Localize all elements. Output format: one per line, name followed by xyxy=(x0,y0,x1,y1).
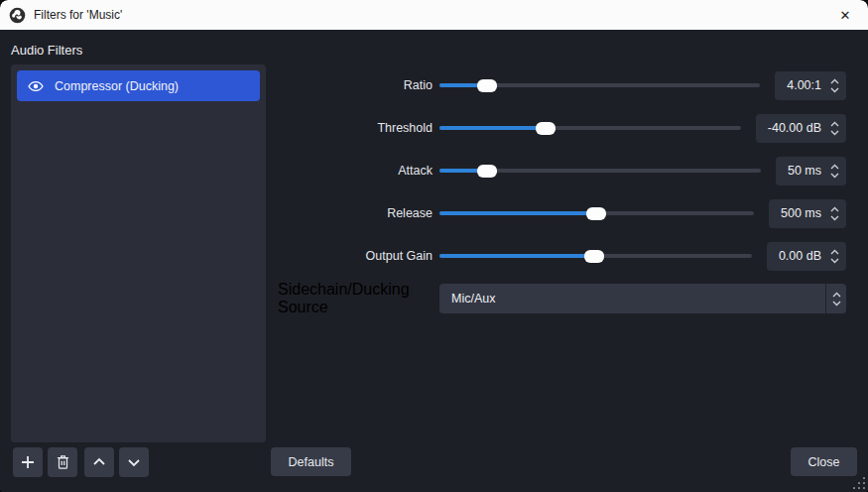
spin-up-icon[interactable] xyxy=(830,206,839,212)
window-close-button[interactable]: ✕ xyxy=(822,0,868,30)
spin-up-icon[interactable] xyxy=(830,249,839,255)
slider-handle[interactable] xyxy=(586,207,606,220)
spinbox-value: 0.00 dB xyxy=(779,249,830,263)
slider-handle[interactable] xyxy=(536,122,556,135)
spin-up-icon[interactable] xyxy=(830,121,839,127)
defaults-button[interactable]: Defaults xyxy=(271,447,351,476)
slider-row: Attack 50 ms xyxy=(278,156,846,185)
close-button[interactable]: Close xyxy=(791,447,857,476)
dropdown-selected-value: Mic/Aux xyxy=(439,292,495,306)
value-spinbox[interactable]: 50 ms xyxy=(776,157,846,185)
sidechain-source-label: Sidechain/Ducking Source xyxy=(278,281,433,316)
slider-row: Release 500 ms xyxy=(278,198,846,228)
slider-handle[interactable] xyxy=(477,79,497,92)
spinbox-arrows[interactable] xyxy=(830,78,839,93)
spin-down-icon[interactable] xyxy=(830,87,839,93)
slider-fill xyxy=(439,211,596,215)
spinbox-value: 50 ms xyxy=(788,164,830,178)
remove-filter-button[interactable] xyxy=(48,447,77,477)
value-spinbox[interactable]: 4.00:1 xyxy=(775,71,846,100)
sidechain-source-dropdown[interactable]: Mic/Aux xyxy=(439,284,846,313)
spin-down-icon xyxy=(832,301,841,307)
audio-filters-heading: Audio Filters xyxy=(11,43,82,58)
slider-label: Attack xyxy=(278,164,433,178)
value-spinbox[interactable]: 0.00 dB xyxy=(767,242,846,271)
spinbox-arrows[interactable] xyxy=(830,206,839,221)
slider-label: Output Gain xyxy=(278,249,433,263)
slider-fill xyxy=(439,254,594,258)
slider-row: Output Gain 0.00 dB xyxy=(278,241,846,271)
slider-label: Ratio xyxy=(278,78,433,92)
slider-control[interactable] xyxy=(439,156,761,185)
filters-dialog: Filters for 'Music' ✕ Audio Filters Comp… xyxy=(0,0,868,492)
value-spinbox[interactable]: -40.00 dB xyxy=(756,114,846,143)
slider-row: Ratio 4.00:1 xyxy=(278,70,846,100)
title-bar[interactable]: Filters for 'Music' ✕ xyxy=(0,0,868,30)
spinbox-arrows[interactable] xyxy=(830,121,839,136)
filter-name: Compressor (Ducking) xyxy=(55,79,179,93)
plus-icon xyxy=(20,454,36,470)
slider-handle[interactable] xyxy=(584,250,604,263)
spin-up-icon[interactable] xyxy=(830,78,839,84)
chevron-up-icon xyxy=(91,454,107,470)
slider-control[interactable] xyxy=(439,198,754,228)
sidechain-source-row: Sidechain/Ducking Source Mic/Aux xyxy=(278,284,846,313)
window-title: Filters for 'Music' xyxy=(34,8,122,22)
visibility-eye-icon[interactable] xyxy=(28,78,44,94)
slider-label: Threshold xyxy=(278,121,433,135)
resize-grip[interactable] xyxy=(854,478,865,489)
spinbox-arrows[interactable] xyxy=(830,164,839,179)
spinbox-value: 500 ms xyxy=(781,206,830,220)
spinbox-value: 4.00:1 xyxy=(787,78,830,92)
slider-control[interactable] xyxy=(439,70,760,100)
slider-control[interactable] xyxy=(439,113,741,143)
filter-list[interactable]: Compressor (Ducking) xyxy=(11,64,266,442)
spin-down-icon[interactable] xyxy=(830,130,839,136)
slider-row: Threshold -40.00 dB xyxy=(278,113,846,143)
obs-logo-icon xyxy=(9,7,26,24)
move-filter-down-button[interactable] xyxy=(119,447,149,477)
spinbox-arrows[interactable] xyxy=(830,249,839,264)
filter-list-item-compressor[interactable]: Compressor (Ducking) xyxy=(17,70,260,101)
spin-down-icon[interactable] xyxy=(830,215,839,221)
spin-up-icon[interactable] xyxy=(830,164,839,170)
slider-fill xyxy=(439,126,546,130)
slider-control[interactable] xyxy=(439,241,752,271)
spin-down-icon[interactable] xyxy=(830,173,839,179)
slider-handle[interactable] xyxy=(477,165,497,178)
chevron-down-icon xyxy=(126,454,142,470)
move-filter-up-button[interactable] xyxy=(84,447,114,477)
slider-label: Release xyxy=(278,206,433,220)
dropdown-arrows[interactable] xyxy=(825,284,846,313)
value-spinbox[interactable]: 500 ms xyxy=(769,199,846,228)
spin-up-icon xyxy=(832,292,841,298)
add-filter-button[interactable] xyxy=(13,447,43,477)
spinbox-value: -40.00 dB xyxy=(768,121,830,135)
spin-down-icon[interactable] xyxy=(830,258,839,264)
trash-icon xyxy=(56,454,70,470)
